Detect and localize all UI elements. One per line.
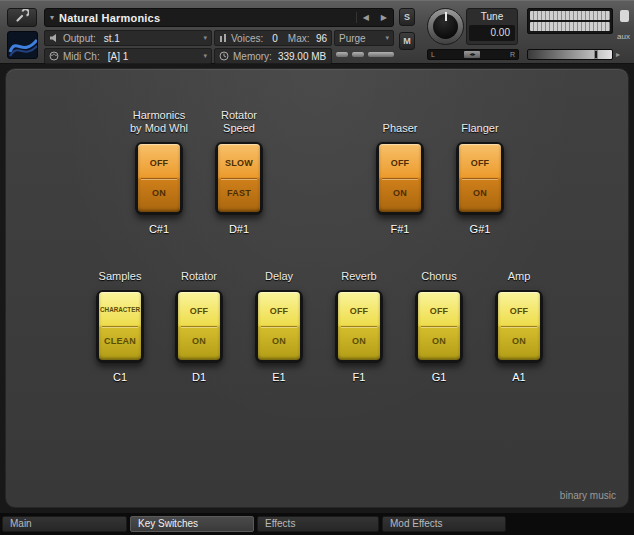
keyswitch-harmonics-mod-whl: Harmonics by Mod Whl OFF ON C#1 <box>113 107 205 235</box>
meter-bar-left <box>530 11 610 20</box>
keyswitch-toggle[interactable]: OFF ON <box>456 141 504 215</box>
pan-handle[interactable]: ◂▸ <box>464 51 480 58</box>
chevron-down-icon: ▾ <box>385 34 389 42</box>
speaker-icon <box>49 33 59 43</box>
keyswitch-toggle[interactable]: CHARACTER CLEAN <box>96 289 144 363</box>
keyswitch-key: F#1 <box>354 223 446 235</box>
tune-value[interactable]: 0.00 <box>469 25 515 41</box>
meter-bar-right <box>530 22 610 31</box>
keyswitch-key: F1 <box>313 371 405 383</box>
keyswitch-toggle[interactable]: OFF ON <box>255 289 303 363</box>
switch-on-label: ON <box>338 336 380 346</box>
chevron-down-icon: ▾ <box>203 34 207 42</box>
switch-on-label: ON <box>418 336 460 346</box>
instrument-logo <box>7 31 38 59</box>
switch-character-label: CHARACTER <box>99 306 141 313</box>
switch-fast-label: FAST <box>218 188 260 198</box>
output-select[interactable]: Output: st.1 ▾ <box>44 30 212 46</box>
keyswitch-label: Rotator Speed <box>193 107 285 135</box>
tune-panel: Tune 0.00 <box>466 8 518 45</box>
wrench-icon <box>15 9 29 27</box>
switch-off-label: OFF <box>178 306 220 316</box>
keyswitch-toggle[interactable]: OFF ON <box>335 289 383 363</box>
level-meter <box>527 8 613 34</box>
keyswitch-toggle[interactable]: OFF ON <box>415 289 463 363</box>
keyswitch-toggle[interactable]: OFF ON <box>376 141 424 215</box>
slider-arrow-icon: ▸ <box>616 50 620 59</box>
keyswitch-rotator: Rotator OFF ON D1 <box>153 255 245 383</box>
tab-key-switches[interactable]: Key Switches <box>130 516 254 532</box>
output-value: st.1 <box>104 33 120 44</box>
edit-instrument-button[interactable] <box>7 8 37 27</box>
keyswitch-phaser: Phaser OFF ON F#1 <box>354 107 446 235</box>
max-voices-value[interactable]: 96 <box>316 33 327 44</box>
tab-main[interactable]: Main <box>2 516 127 532</box>
keyswitch-label: Amp <box>473 255 565 283</box>
purge-menu-button[interactable]: Purge ▾ <box>334 30 394 46</box>
keyswitch-toggle[interactable]: SLOW FAST <box>215 141 263 215</box>
midi-label: Midi Ch: <box>63 51 100 62</box>
expand-panel-icon[interactable] <box>620 10 629 22</box>
volume-slider[interactable] <box>527 49 613 60</box>
keyswitch-toggle[interactable]: OFF ON <box>175 289 223 363</box>
switch-on-label: ON <box>178 336 220 346</box>
midi-value: [A] 1 <box>108 51 129 62</box>
keyswitch-key: D#1 <box>193 223 285 235</box>
voices-display: Voices: 0 Max: 96 <box>214 30 332 46</box>
keyswitch-flanger: Flanger OFF ON G#1 <box>434 107 526 235</box>
instrument-title-bar: ▾ Natural Harmonics ◀ ▶ <box>44 8 394 27</box>
tab-effects[interactable]: Effects <box>257 516 379 532</box>
next-instrument-icon[interactable]: ▶ <box>375 13 393 22</box>
keyswitch-key: A1 <box>473 371 565 383</box>
solo-button[interactable]: S <box>399 8 415 26</box>
volume-handle[interactable] <box>594 50 598 59</box>
instrument-header: ▾ Natural Harmonics ◀ ▶ Output: st.1 ▾ M… <box>0 0 634 64</box>
keyswitch-toggle[interactable]: OFF ON <box>135 141 183 215</box>
waveform-icon <box>8 46 38 59</box>
keyswitch-key: E1 <box>233 371 325 383</box>
keyswitches-panel: Harmonics by Mod Whl OFF ON C#1 Rotator … <box>5 68 629 508</box>
switch-on-label: ON <box>258 336 300 346</box>
tune-label: Tune <box>467 9 517 24</box>
switch-off-label: OFF <box>138 158 180 168</box>
output-label: Output: <box>63 33 96 44</box>
purge-status-leds <box>336 52 396 57</box>
switch-on-label: ON <box>138 188 180 198</box>
keyswitch-toggle[interactable]: OFF ON <box>495 289 543 363</box>
switch-slow-label: SLOW <box>218 158 260 168</box>
memory-value: 339.00 MB <box>278 51 326 62</box>
kontakt-instrument: ▾ Natural Harmonics ◀ ▶ Output: st.1 ▾ M… <box>0 0 634 535</box>
keyswitch-delay: Delay OFF ON E1 <box>233 255 325 383</box>
keyswitch-key: G1 <box>393 371 485 383</box>
pan-slider[interactable]: L ◂▸ R <box>427 49 519 60</box>
switch-off-label: OFF <box>338 306 380 316</box>
switch-on-label: ON <box>459 188 501 198</box>
voices-value: 0 <box>269 33 278 44</box>
mute-button[interactable]: M <box>399 32 415 50</box>
tune-knob[interactable] <box>427 8 464 45</box>
led-indicator <box>368 52 394 57</box>
keyswitch-chorus: Chorus OFF ON G1 <box>393 255 485 383</box>
switch-off-label: OFF <box>418 306 460 316</box>
purge-label: Purge <box>339 33 366 44</box>
led-indicator <box>352 52 364 57</box>
page-tab-bar: Main Key Switches Effects Mod Effects <box>0 513 634 535</box>
collapse-instrument-icon[interactable]: ▾ <box>45 13 59 22</box>
switch-off-label: OFF <box>258 306 300 316</box>
midi-icon <box>49 51 59 61</box>
switch-on-label: ON <box>379 188 421 198</box>
memory-display: Memory: 339.00 MB <box>214 48 332 64</box>
keyswitch-key: D1 <box>153 371 245 383</box>
instrument-title: Natural Harmonics <box>59 12 160 24</box>
tab-mod-effects[interactable]: Mod Effects <box>382 516 506 532</box>
led-indicator <box>336 52 348 57</box>
previous-instrument-icon[interactable]: ◀ <box>357 13 375 22</box>
memory-icon <box>219 51 229 61</box>
keyswitch-rotator-speed: Rotator Speed SLOW FAST D#1 <box>193 107 285 235</box>
aux-button[interactable]: aux <box>617 32 630 41</box>
midi-channel-select[interactable]: Midi Ch: [A] 1 ▾ <box>44 48 212 64</box>
keyswitch-label: Reverb <box>313 255 405 283</box>
switch-off-label: OFF <box>459 158 501 168</box>
keyswitch-label: Phaser <box>354 107 446 135</box>
pan-right-label: R <box>510 51 515 58</box>
